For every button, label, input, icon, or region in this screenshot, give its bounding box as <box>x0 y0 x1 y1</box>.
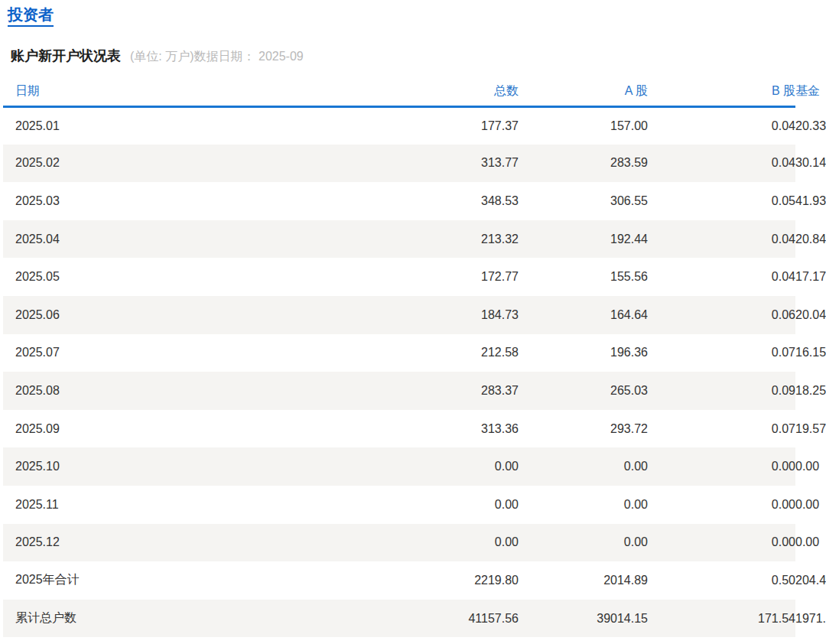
cell-date: 2025.12 <box>3 524 361 562</box>
cell-b-share: 0.50 <box>648 561 795 600</box>
table-title: 账户新开户状况表 <box>11 47 121 65</box>
cell-b-share: 0.05 <box>648 182 795 220</box>
column-header-a-share: A 股 <box>519 77 648 106</box>
cell-b-share: 171.54 <box>648 600 795 638</box>
cell-a-share: 306.55 <box>519 182 648 220</box>
cell-total: 0.00 <box>361 486 519 524</box>
cell-date: 2025.10 <box>3 447 361 486</box>
cell-date: 累计总户数 <box>3 600 361 638</box>
cell-a-share: 283.59 <box>519 145 648 183</box>
cell-b-share: 0.04 <box>648 258 795 296</box>
column-header-total: 总数 <box>361 77 519 106</box>
table-row: 2025.04213.32192.440.0420.84 <box>3 220 795 259</box>
cell-total: 177.37 <box>361 106 519 145</box>
table-header-row: 日期总数A 股B 股基金 <box>3 77 795 106</box>
column-header-date: 日期 <box>3 77 361 106</box>
cell-b-share: 0.00 <box>648 524 795 562</box>
cell-total: 0.00 <box>361 524 519 562</box>
cell-b-share: 0.04 <box>648 145 795 183</box>
cell-a-share: 192.44 <box>519 220 648 259</box>
cell-total: 0.00 <box>361 447 519 486</box>
cell-b-share: 0.07 <box>648 334 795 372</box>
cell-b-share: 0.04 <box>648 106 795 145</box>
cell-a-share: 196.36 <box>519 334 648 372</box>
cell-b-share: 0.00 <box>648 447 795 486</box>
cell-a-share: 265.03 <box>519 372 648 410</box>
cell-date: 2025年合计 <box>3 561 361 600</box>
account-openings-table: 日期总数A 股B 股基金 2025.01177.37157.000.0420.3… <box>3 77 795 637</box>
cell-a-share: 293.72 <box>519 410 648 448</box>
cell-a-share: 157.00 <box>519 106 648 145</box>
cell-total: 2219.80 <box>361 561 519 600</box>
cell-total: 172.77 <box>361 258 519 296</box>
table-row-summary: 累计总户数41157.5639014.15171.541971.87 <box>3 600 795 638</box>
cell-date: 2025.11 <box>3 486 361 524</box>
cell-date: 2025.03 <box>3 182 361 220</box>
cell-a-share: 2014.89 <box>519 561 648 600</box>
cell-a-share: 0.00 <box>519 447 648 486</box>
table-body: 2025.01177.37157.000.0420.332025.02313.7… <box>3 106 795 637</box>
cell-total: 184.73 <box>361 296 519 334</box>
table-row: 2025.120.000.000.000.00 <box>3 524 795 562</box>
table-row: 2025.110.000.000.000.00 <box>3 486 795 524</box>
table-row: 2025.09313.36293.720.0719.57 <box>3 410 795 448</box>
column-header-b-share: B 股 <box>648 77 795 106</box>
cell-date: 2025.04 <box>3 220 361 259</box>
cell-date: 2025.09 <box>3 410 361 448</box>
table-row: 2025.08283.37265.030.0918.25 <box>3 372 795 410</box>
cell-a-share: 0.00 <box>519 486 648 524</box>
table-row: 2025.02313.77283.590.0430.14 <box>3 145 795 183</box>
cell-total: 41157.56 <box>361 600 519 638</box>
cell-a-share: 0.00 <box>519 524 648 562</box>
cell-a-share: 39014.15 <box>519 600 648 638</box>
cell-date: 2025.01 <box>3 106 361 145</box>
cell-total: 313.77 <box>361 145 519 183</box>
table-row: 2025.100.000.000.000.00 <box>3 447 795 486</box>
cell-date: 2025.02 <box>3 145 361 183</box>
table-subtitle: (单位: 万户)数据日期： 2025-09 <box>130 49 304 65</box>
cell-b-share: 0.07 <box>648 410 795 448</box>
cell-a-share: 155.56 <box>519 258 648 296</box>
cell-date: 2025.07 <box>3 334 361 372</box>
table-row: 2025.06184.73164.640.0620.04 <box>3 296 795 334</box>
table-row: 2025.03348.53306.550.0541.93 <box>3 182 795 220</box>
table-row: 2025.07212.58196.360.0716.15 <box>3 334 795 372</box>
cell-b-share: 0.00 <box>648 486 795 524</box>
cell-total: 212.58 <box>361 334 519 372</box>
table-row-summary: 2025年合计2219.802014.890.50204.41 <box>3 561 795 600</box>
cell-total: 313.36 <box>361 410 519 448</box>
cell-date: 2025.05 <box>3 258 361 296</box>
cell-total: 348.53 <box>361 182 519 220</box>
table-header: 日期总数A 股B 股基金 <box>3 77 795 106</box>
cell-b-share: 0.06 <box>648 296 795 334</box>
table-caption: 账户新开户状况表 (单位: 万户)数据日期： 2025-09 <box>11 47 826 65</box>
cell-a-share: 164.64 <box>519 296 648 334</box>
cell-date: 2025.08 <box>3 372 361 410</box>
cell-b-share: 0.09 <box>648 372 795 410</box>
cell-total: 213.32 <box>361 220 519 259</box>
cell-date: 2025.06 <box>3 296 361 334</box>
table-row: 2025.01177.37157.000.0420.33 <box>3 106 795 145</box>
section-tab-investors[interactable]: 投资者 <box>8 6 54 27</box>
table-row: 2025.05172.77155.560.0417.17 <box>3 258 795 296</box>
page: 投资者 账户新开户状况表 (单位: 万户)数据日期： 2025-09 日期总数A… <box>0 0 826 644</box>
cell-b-share: 0.04 <box>648 220 795 259</box>
cell-total: 283.37 <box>361 372 519 410</box>
